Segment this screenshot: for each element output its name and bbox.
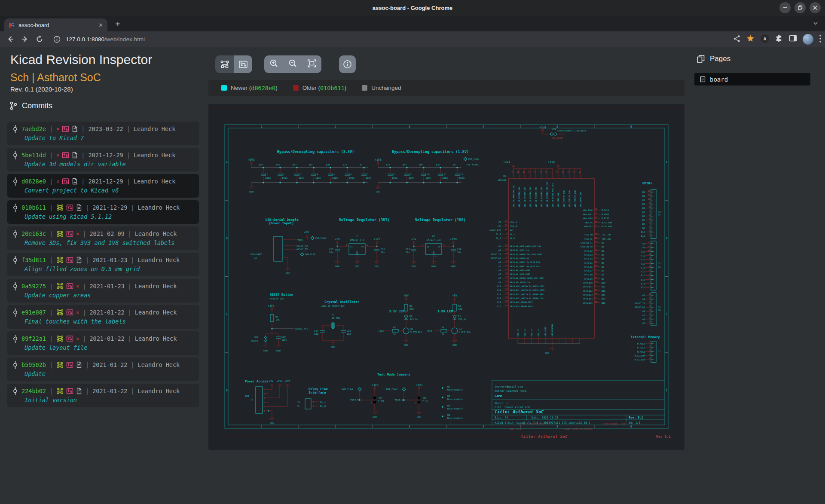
svg-text:A13: A13 — [497, 297, 501, 299]
page-item-board[interactable]: board — [694, 73, 810, 86]
schematic-diff-icon — [56, 230, 64, 237]
commit-card[interactable]: 89f22a1|✕|2021-01-22|Leandro HeckUpdate … — [7, 331, 199, 355]
reload-button[interactable] — [35, 35, 44, 43]
section-reg: Voltage Regulator (1V8)U2LM1117-1.8VIVOG… — [406, 218, 466, 268]
doc-missing-icon: ✕ — [76, 336, 79, 342]
svg-text:A10: A10 — [497, 285, 501, 287]
svg-text:GPIO.B13: GPIO.B13 — [583, 294, 593, 296]
svg-text:B: B — [666, 237, 668, 240]
forward-button[interactable] — [21, 35, 29, 43]
svg-text:3V3_Gn: 3V3_Gn — [409, 318, 418, 321]
tab-close-icon[interactable]: ✕ — [98, 22, 103, 28]
pcb-view-button[interactable] — [234, 55, 252, 73]
commit-card[interactable]: 20e163c|✕|2021-02-09|Leandro HeckRemove … — [7, 226, 199, 250]
svg-text:2: 2 — [264, 393, 265, 395]
svg-text:TEST.SE: TEST.SE — [602, 238, 611, 240]
svg-text:14: 14 — [595, 257, 598, 259]
pcb-diff-icon — [66, 230, 73, 237]
commit-card[interactable]: 224bb02||2021-01-22|Leandro HeckInitial … — [7, 384, 199, 407]
new-tab-button[interactable]: + — [113, 19, 123, 29]
svg-text:File: board.kicad_sch: File: board.kicad_sch — [495, 406, 530, 409]
svg-text:B0: B0 — [642, 191, 645, 193]
svg-text:C18: C18 — [347, 330, 351, 332]
svg-text:GPIO.B6: GPIO.B6 — [584, 266, 593, 268]
svg-text:100n: 100n — [409, 177, 414, 179]
svg-text:A5: A5 — [642, 314, 645, 317]
schematic-diff-icon — [56, 361, 64, 368]
site-info-icon[interactable] — [53, 36, 61, 43]
schematic-view-button[interactable] — [215, 55, 234, 73]
commit-node-icon — [12, 361, 18, 369]
svg-text:p23: p23 — [436, 163, 440, 166]
svg-text:6: 6 — [649, 214, 650, 216]
zoom-out-button[interactable] — [288, 58, 298, 70]
diff-canvas[interactable]: 112233445566AABBCCDDBypass/Decoupling ca… — [208, 104, 684, 450]
svg-text:T.SE: T.SE — [422, 400, 428, 403]
svg-text:GND: GND — [249, 190, 254, 193]
section-reg: Voltage Regulator (3V3)U3LM1117-3.3VIVOG… — [329, 218, 390, 268]
doc-diff-icon — [72, 125, 78, 132]
svg-text:C1: C1 — [265, 173, 268, 176]
svg-text:57: 57 — [595, 224, 598, 226]
extension-a-icon[interactable]: A — [760, 34, 770, 45]
zoom-fit-button[interactable] — [307, 58, 317, 70]
svg-text:GPIO.B7: GPIO.B7 — [584, 270, 593, 272]
svg-text:5: 5 — [556, 425, 558, 428]
doc-diff-icon — [76, 361, 82, 368]
svg-text:Date: 2020-10-28 GAPH: Date: 2020-10-28 GAPH — [565, 428, 592, 430]
svg-text:J6: J6 — [297, 401, 300, 403]
extensions-puzzle-icon[interactable] — [775, 34, 783, 44]
commit-card[interactable]: f35d811||2021-01-23|Leandro HeckAlign fi… — [7, 253, 199, 276]
commit-card[interactable]: 5be11dd|✕|2021-12-29|Leandro HeckUpdate … — [7, 148, 199, 171]
minimize-button[interactable] — [779, 2, 791, 13]
address-bar[interactable]: 127.0.0.1:8080/web/index.html — [66, 36, 145, 43]
svg-text:54: 54 — [595, 216, 598, 218]
browser-tab[interactable]: assoc-board ✕ — [4, 18, 107, 31]
svg-text:VBUS: VBUS — [297, 238, 303, 241]
svg-text:leoheck@gmail.com: leoheck@gmail.com — [495, 385, 523, 388]
svg-text:23: 23 — [573, 170, 575, 173]
share-icon[interactable] — [733, 35, 741, 44]
commit-card[interactable]: b59502b||2021-01-22|Leandro HeckUpdate — [7, 357, 199, 381]
svg-text:p36: p36 — [326, 163, 330, 166]
tab-search-chevron-icon[interactable] — [812, 20, 819, 28]
svg-text:H2: H2 — [658, 262, 661, 265]
back-button[interactable] — [6, 35, 15, 43]
zoom-in-button[interactable] — [269, 58, 279, 70]
commit-card[interactable]: e91e087|✕|2021-01-22|Leandro HeckFinal t… — [7, 305, 199, 329]
commit-card[interactable]: 010b611||2021-12-29|Leandro HeckUpdate u… — [7, 200, 199, 224]
svg-text:6: 6 — [578, 171, 581, 173]
section-bypass: Bypass/Decoupling capacitors (1.8V)+1V8p… — [375, 150, 479, 193]
svg-text:60: 60 — [595, 237, 598, 239]
pcb-diff-icon — [66, 257, 73, 263]
commit-card[interactable]: 7aebd2e|✕|2023-03-22|Leandro HeckUpdate … — [7, 122, 199, 145]
info-button[interactable] — [339, 55, 356, 73]
svg-text:4: 4 — [649, 354, 650, 356]
svg-text:J7: J7 — [658, 350, 661, 353]
svg-text:Q1: Q1 — [410, 327, 413, 330]
git-branch-icon — [9, 101, 18, 110]
svg-text:+5V: +5V — [304, 231, 309, 234]
svg-text:M.SCLK: M.SCLK — [637, 346, 645, 349]
browser-toolbar: 127.0.0.1:8080/web/index.html A — [0, 31, 825, 47]
svg-text:D: D — [226, 389, 228, 392]
svg-text:C17: C17 — [314, 330, 318, 332]
commit-card[interactable]: d0628e0|✕|2021-12-29|Leandro HeckConvert… — [7, 174, 199, 198]
svg-text:B2: B2 — [602, 250, 604, 252]
pcb-diff-icon — [66, 388, 73, 394]
svg-text:1: 1 — [649, 342, 650, 344]
maximize-button[interactable] — [794, 2, 806, 13]
svg-text:+5V: +5V — [452, 294, 457, 297]
profile-avatar[interactable] — [803, 34, 813, 45]
svg-text:+3V3: +3V3 — [268, 304, 275, 308]
close-button[interactable] — [810, 2, 821, 13]
commit-card[interactable]: 0a59275|✕|2021-01-23|Leandro HeckUpdate … — [7, 279, 199, 302]
side-panel-icon[interactable] — [789, 34, 797, 44]
bookmark-star-icon[interactable] — [746, 34, 755, 44]
menu-dots-icon[interactable] — [819, 34, 822, 45]
svg-text:GPIO.A6_SPI0.MOSI: GPIO.A6_SPI0.MOSI — [510, 269, 530, 272]
svg-text:1K: 1K — [442, 333, 444, 336]
svg-text:GPIO.A8_OSC0H_PWM0H_SPI1.SSN: GPIO.A8_OSC0H_PWM0H_SPI1.SSN — [510, 277, 544, 280]
svg-text:C2: C2 — [282, 173, 285, 176]
svg-text:DL_I: DL_I — [510, 233, 515, 236]
